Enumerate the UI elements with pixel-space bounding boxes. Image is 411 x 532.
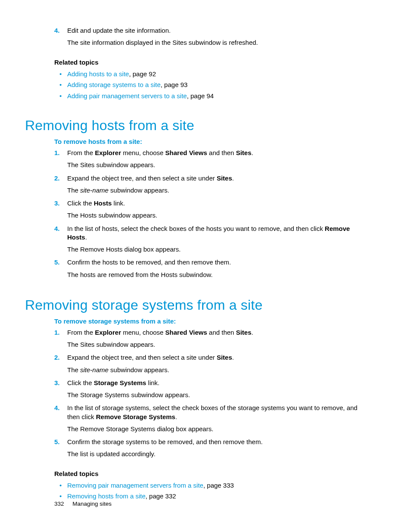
heading-removing-hosts: Removing hosts from a site (25, 118, 370, 134)
t: Hosts (94, 199, 112, 207)
related-link-item: Adding hosts to a site, page 92 (54, 68, 370, 80)
t: link. (112, 199, 125, 207)
t: . (251, 329, 253, 336)
t: and then (207, 149, 236, 156)
step-number: 1. (54, 328, 60, 337)
t: Confirm the storage systems to be remove… (67, 438, 263, 445)
t: Sites (217, 354, 232, 361)
step-result: The Remove Storage Systems dialog box ap… (67, 425, 370, 435)
link-adding-hosts[interactable]: Adding hosts to a site (67, 70, 129, 78)
t: Explorer (95, 329, 121, 336)
step: 4. In the list of hosts, select the chec… (54, 224, 370, 256)
related-topics-list-2: Removing pair management servers from a … (54, 480, 370, 502)
link-adding-pair-mgmt[interactable]: Adding pair management servers to a site (67, 92, 187, 100)
t: Click the (67, 199, 94, 207)
t: Confirm the hosts to be removed, and the… (67, 258, 231, 266)
link-adding-storage[interactable]: Adding storage systems to a site (67, 81, 161, 88)
step: 2. Expand the object tree, and then sele… (54, 353, 370, 376)
step-result: The Remove Hosts dialog box appears. (67, 245, 370, 255)
heading-removing-storage: Removing storage systems from a site (25, 297, 370, 313)
related-link-item: Adding pair management servers to a site… (54, 90, 370, 102)
link-rest: , page 332 (146, 492, 176, 500)
step-number: 4. (54, 404, 60, 412)
step-number: 3. (54, 379, 60, 387)
t: . (85, 233, 87, 241)
step: 5. Confirm the storage systems to be rem… (54, 438, 370, 460)
steps-removing-hosts: 1. From the Explorer menu, choose Shared… (54, 149, 370, 281)
continued-steps: 4. Edit and update the site information.… (54, 26, 370, 49)
link-rest: , page 93 (161, 81, 188, 88)
t: subwindow appears. (109, 187, 169, 194)
step-number: 1. (54, 149, 60, 157)
t: Expand the object tree, and then select … (67, 174, 217, 182)
t: Click the (67, 379, 94, 386)
t: site-name (80, 187, 109, 194)
t: . (232, 354, 234, 361)
t: . (175, 413, 177, 420)
step-number: 5. (54, 258, 60, 267)
step-result: The Hosts subwindow appears. (67, 211, 370, 221)
t: menu, choose (121, 329, 165, 336)
t: link. (146, 379, 159, 386)
step-result: The site information displayed in the Si… (67, 38, 370, 49)
t: site-name (80, 366, 109, 373)
chapter-title: Managing sites (72, 501, 112, 507)
step-number: 5. (54, 438, 60, 446)
related-topics-heading: Related topics (54, 59, 370, 66)
page: 4. Edit and update the site information.… (0, 0, 411, 532)
intro-removing-storage: To remove storage systems from a site: (54, 317, 370, 325)
step: 2. Expand the object tree, and then sele… (54, 174, 370, 197)
related-link-item: Removing hosts from a site, page 332 (54, 491, 370, 502)
step-result: The hosts are removed from the Hosts sub… (67, 271, 370, 281)
t: The (67, 187, 80, 194)
step-number: 4. (54, 224, 60, 233)
t: Expand the object tree, and then select … (67, 354, 217, 361)
step-number: 2. (54, 174, 60, 183)
step: 3. Click the Storage Systems link. The S… (54, 379, 370, 401)
link-removing-hosts[interactable]: Removing hosts from a site (67, 492, 146, 500)
step-4-edit: 4. Edit and update the site information.… (54, 26, 370, 49)
t: Remove Storage Systems (96, 413, 175, 420)
t: From the (67, 329, 95, 336)
step-result: The site-name subwindow appears. (67, 186, 370, 196)
t: . (232, 174, 234, 182)
page-footer: 332 Managing sites (54, 501, 112, 507)
step-result: The list is updated accordingly. (67, 450, 370, 460)
t: The (67, 366, 80, 373)
step: 1. From the Explorer menu, choose Shared… (54, 328, 370, 351)
step: 3. Click the Hosts link. The Hosts subwi… (54, 199, 370, 222)
t: Storage Systems (94, 379, 146, 386)
step: 5. Confirm the hosts to be removed, and … (54, 258, 370, 281)
step-number: 4. (54, 26, 60, 35)
step-text: Edit and update the site information. (67, 27, 171, 34)
step: 1. From the Explorer menu, choose Shared… (54, 149, 370, 171)
t: subwindow appears. (109, 366, 169, 373)
t: Shared Views (165, 149, 207, 156)
t: In the list of hosts, select the check b… (67, 225, 325, 232)
t: From the (67, 149, 95, 156)
t: . (251, 149, 253, 156)
t: Sites (236, 329, 252, 336)
link-rest: , page 92 (129, 70, 156, 78)
t: Sites (236, 149, 252, 156)
steps-removing-storage: 1. From the Explorer menu, choose Shared… (54, 328, 370, 460)
related-topics-list-1: Adding hosts to a site, page 92 Adding s… (54, 68, 370, 102)
related-link-item: Adding storage systems to a site, page 9… (54, 79, 370, 90)
t: menu, choose (121, 149, 165, 156)
link-rest: , page 333 (203, 482, 234, 489)
page-number: 332 (54, 501, 64, 507)
t: Shared Views (165, 329, 207, 336)
link-rest: , page 94 (187, 92, 214, 100)
related-link-item: Removing pair management servers from a … (54, 480, 370, 491)
step: 4. In the list of storage systems, selec… (54, 404, 370, 435)
step-number: 3. (54, 199, 60, 208)
t: Sites (217, 174, 232, 182)
link-removing-pair-mgmt[interactable]: Removing pair management servers from a … (67, 482, 203, 489)
step-result: The Sites subwindow appears. (67, 340, 370, 351)
step-result: The site-name subwindow appears. (67, 366, 370, 376)
step-number: 2. (54, 353, 60, 362)
related-topics-heading-2: Related topics (54, 470, 370, 477)
t: and then (207, 329, 236, 336)
t: Explorer (95, 149, 121, 156)
step-result: The Storage Systems subwindow appears. (67, 391, 370, 401)
